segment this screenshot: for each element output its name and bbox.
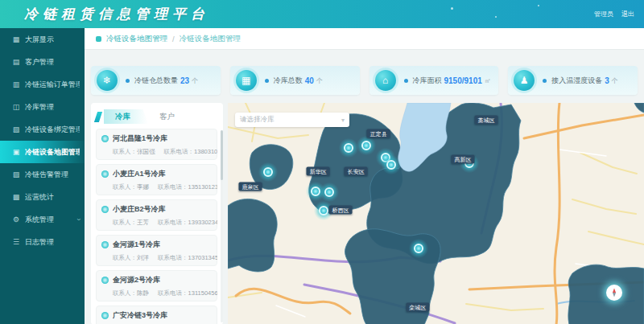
- panel-tabs: 冷库客户: [96, 109, 218, 124]
- sidebar-item-label: 冷链设备绑定管理: [25, 125, 80, 135]
- stat-label: 冷库面积: [413, 76, 442, 86]
- phone-number: 13803101234: [194, 148, 217, 155]
- sidebar-item-icon: ⚙: [12, 215, 20, 224]
- warehouse-title: 金河源1号冷库: [113, 240, 160, 250]
- list-scrollbar[interactable]: [221, 130, 223, 322]
- warehouse-marker-icon: [101, 170, 109, 178]
- top-header: 冷链租赁信息管理平台 管理员 退出: [0, 0, 644, 28]
- sidebar-item[interactable]: ▧ 冷链设备绑定管理 ›: [0, 118, 85, 141]
- phone-label: 联系电话：: [158, 183, 188, 191]
- district-badge[interactable]: 长安区: [345, 167, 368, 176]
- logout-link[interactable]: 退出: [621, 10, 634, 18]
- warehouse-marker-icon: [101, 277, 109, 284]
- sidebar-item-icon: ▤: [12, 58, 20, 66]
- sidebar-item[interactable]: ▤ 客户管理 ›: [0, 51, 85, 73]
- warehouse-list-item[interactable]: 河北昌隆1号冷库 联系人：张国强 联系电话：13803101234: [96, 129, 217, 160]
- sidebar-item[interactable]: ▨ 冷链告警管理 ›: [0, 163, 85, 186]
- warehouse-title: 河北昌隆1号冷库: [113, 133, 167, 144]
- warehouse-info: 联系人：刘洋 联系电话：13703134567: [101, 254, 212, 262]
- phone-number: 13703134567: [188, 254, 217, 261]
- warehouse-list-item[interactable]: 小麦庄B2号冷库 联系人：王芳 联系电话：13933023456: [96, 199, 217, 231]
- stat-label: 冷库总数: [274, 76, 303, 86]
- tab-deco-stripe: [94, 112, 102, 122]
- sidebar-item-label: 冷库管理: [25, 102, 54, 113]
- district-badge[interactable]: 高新区: [452, 155, 475, 164]
- page-title: 冷链租赁信息管理平台: [24, 0, 209, 28]
- stat-icon: ❄: [97, 70, 118, 91]
- sidebar-item[interactable]: ◫ 冷库管理 ›: [0, 96, 85, 118]
- stat-value: 3: [605, 76, 609, 85]
- contact-name: 张国强: [137, 148, 155, 155]
- sidebar-item[interactable]: ☰ 日志管理 ›: [0, 231, 85, 253]
- stat-dot-icon: [265, 79, 269, 83]
- district-badge[interactable]: 藁城区: [475, 115, 498, 124]
- stat-value: 40: [305, 76, 314, 85]
- district-badge[interactable]: 正定县: [367, 129, 390, 138]
- warehouse-list-item[interactable]: 金河源2号冷库 联系人：陈静 联系电话：13115045678: [96, 270, 217, 301]
- decor-dot: [538, 5, 539, 6]
- stat-icon: ▦: [236, 70, 257, 91]
- stat-unit: 个: [316, 76, 323, 85]
- phone-number: 13513012345: [188, 183, 217, 191]
- district-badge[interactable]: 新华区: [307, 167, 330, 176]
- warehouse-title: 小麦庄A1号冷库: [113, 169, 166, 179]
- panel-tab[interactable]: 冷库: [104, 109, 148, 124]
- stat-icon: ⌂: [375, 70, 396, 91]
- stat-value: 9150/9101: [444, 76, 482, 85]
- stat-card: ❄ 冷链仓总数量 23 个: [91, 66, 221, 95]
- sidebar-item-icon: ▩: [12, 193, 20, 201]
- phone-label: 联系电话：: [164, 148, 195, 155]
- sidebar-item-label: 冷链告警管理: [25, 170, 68, 180]
- breadcrumb-parent[interactable]: 冷链设备地图管理: [106, 34, 167, 44]
- scrollbar-thumb[interactable]: [221, 130, 223, 180]
- stat-label: 冷链仓总数量: [134, 76, 178, 86]
- content-row: 冷库客户 河北昌隆1号冷库 联系人：张国强 联系电话：13803101234: [85, 103, 644, 324]
- warehouse-map-marker[interactable]: [339, 138, 358, 158]
- username[interactable]: 管理员: [594, 10, 613, 18]
- warehouse-map-marker[interactable]: [409, 239, 428, 258]
- compass-control[interactable]: [606, 285, 622, 301]
- map-canvas[interactable]: 请选择冷库 ▾ 鹿泉区新华区长安区桥西区正定县高新区藁城区栾城区: [228, 103, 644, 324]
- phone-number: 13933023456: [188, 219, 217, 226]
- decor-dot: [451, 7, 453, 10]
- district-badge[interactable]: 桥西区: [329, 206, 353, 215]
- district-badge[interactable]: 鹿泉区: [238, 183, 262, 191]
- app-window: 冷链租赁信息管理平台 管理员 退出 ▦ 大屏显示 › ▤ 客户管理 › ▥ 冷链…: [0, 0, 644, 324]
- panel-tab[interactable]: 客户: [148, 109, 186, 124]
- warehouse-marker-icon: [101, 312, 109, 319]
- warehouse-map-marker[interactable]: [320, 183, 339, 202]
- sidebar-item[interactable]: ⚙ 系统管理 ›: [0, 208, 85, 231]
- sidebar-item[interactable]: ▩ 运营统计 ›: [0, 186, 85, 208]
- compass-needle-icon: [611, 287, 617, 298]
- contact-name: 刘洋: [137, 254, 149, 261]
- stat-card: ♟ 接入温湿度设备 3 个: [508, 66, 638, 95]
- warehouse-map-marker[interactable]: [357, 136, 376, 155]
- stat-dot-icon: [126, 79, 130, 83]
- warehouse-list-item[interactable]: 金河源1号冷库 联系人：刘洋 联系电话：13703134567: [96, 235, 217, 266]
- warehouse-map-marker[interactable]: [382, 155, 401, 174]
- breadcrumb-dot-icon: [96, 36, 101, 42]
- warehouse-map-marker[interactable]: [258, 162, 278, 182]
- map-warehouse-select[interactable]: 请选择冷库 ▾: [235, 113, 349, 127]
- stat-value: 23: [180, 76, 189, 85]
- sidebar-item[interactable]: ▦ 大屏显示 ›: [0, 28, 85, 51]
- sidebar-item[interactable]: ▥ 冷链运输订单管理 ›: [0, 73, 85, 96]
- stat-card-row: ❄ 冷链仓总数量 23 个 ▦ 冷库总数 40 个 ⌂ 冷库面积 9150/91…: [85, 50, 644, 95]
- main-area: 冷链设备地图管理 / 冷链设备地图管理 ❄ 冷链仓总数量 23 个 ▦ 冷库总数…: [85, 28, 644, 324]
- stat-card: ▦ 冷库总数 40 个: [230, 66, 360, 95]
- tab-group: 冷库客户: [104, 109, 186, 124]
- sidebar-item[interactable]: ▣ 冷链设备地图管理 ›: [0, 141, 85, 163]
- district-badge[interactable]: 栾城区: [406, 302, 429, 311]
- stat-label: 接入温湿度设备: [551, 76, 602, 86]
- sidebar-item-label: 客户管理: [25, 57, 54, 68]
- warehouse-list-item[interactable]: 广安冷链3号冷库 联系人：赵磊 联系电话：13633056789: [96, 306, 217, 324]
- warehouse-list-item[interactable]: 小麦庄A1号冷库 联系人：李娜 联系电话：13513012345: [96, 164, 217, 195]
- user-zone: 管理员 退出: [594, 0, 634, 28]
- stat-card: ⌂ 冷库面积 9150/9101 ㎡: [369, 66, 499, 95]
- warehouse-list[interactable]: 河北昌隆1号冷库 联系人：张国强 联系电话：13803101234 小麦庄A1号…: [96, 129, 217, 324]
- chevron-down-icon: ›: [75, 219, 83, 221]
- warehouse-info: 联系人：李娜 联系电话：13513012345: [101, 183, 212, 191]
- contact-name: 李娜: [137, 183, 149, 191]
- sidebar-item-icon: ▥: [12, 80, 20, 88]
- breadcrumb: 冷链设备地图管理 / 冷链设备地图管理: [85, 28, 644, 50]
